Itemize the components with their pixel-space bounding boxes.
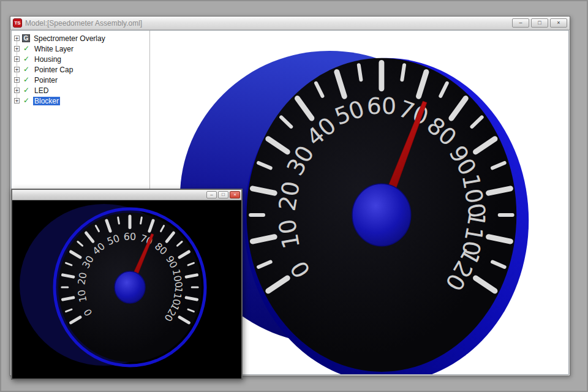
gauge-number: 20 xyxy=(273,179,305,213)
expand-icon[interactable]: + xyxy=(14,98,20,104)
gauge-tick xyxy=(186,275,197,277)
render-window-title-bar[interactable]: – □ × xyxy=(12,190,241,200)
tree-item-led[interactable]: + LED xyxy=(12,85,149,96)
tree-item-spectrometer-overlay[interactable]: + G Spectrometer Overlay xyxy=(12,33,149,43)
gauge-number: 60 xyxy=(367,92,396,119)
render-close-button[interactable]: × xyxy=(230,191,240,198)
gauge-tick xyxy=(63,298,74,300)
check-icon xyxy=(22,66,31,74)
tree-item-label[interactable]: Spectrometer Overlay xyxy=(32,34,107,43)
tree-item-label[interactable]: Pointer Cap xyxy=(33,66,74,74)
gauge-number: 10 xyxy=(273,217,305,251)
expand-icon[interactable]: + xyxy=(14,56,20,62)
check-icon xyxy=(22,55,31,63)
check-icon xyxy=(22,76,31,84)
tree-item-label-selected[interactable]: Blocker xyxy=(33,97,60,105)
gauge-tick xyxy=(141,217,142,224)
tree-item-label[interactable]: Housing xyxy=(33,55,62,64)
gauge-tick xyxy=(359,65,361,80)
tree-item-housing[interactable]: + Housing xyxy=(12,54,149,64)
tree-item-label[interactable]: LED xyxy=(33,86,50,95)
render-maximize-button[interactable]: □ xyxy=(218,191,228,198)
gauge-tick xyxy=(118,217,119,224)
gauge-number: 10 xyxy=(75,289,89,303)
tree-item-blocker[interactable]: + Blocker xyxy=(12,96,149,106)
gauge-hub xyxy=(115,271,145,303)
gauge-tick xyxy=(402,65,404,80)
check-icon xyxy=(22,97,31,105)
check-icon xyxy=(22,45,31,53)
expand-icon[interactable]: + xyxy=(14,77,20,83)
render-preview-window: – □ × 0102030405060708090100110120 xyxy=(11,189,243,380)
overlay-icon: G xyxy=(22,34,30,42)
speedometer-render-view: 0102030405060708090100110120 xyxy=(12,200,241,379)
render-preview-content: 0102030405060708090100110120 xyxy=(12,200,241,379)
tree-item-white-layer[interactable]: + White Layer xyxy=(12,43,149,54)
check-icon xyxy=(22,86,31,94)
expand-icon[interactable]: + xyxy=(14,88,20,93)
tree-item-label[interactable]: White Layer xyxy=(33,45,75,53)
gauge-number: 60 xyxy=(124,231,136,243)
expand-icon[interactable]: + xyxy=(14,67,20,72)
tree-item-label[interactable]: Pointer xyxy=(33,76,59,85)
gauge-hub xyxy=(352,184,411,246)
expand-icon[interactable]: + xyxy=(14,36,20,41)
render-minimize-button[interactable]: – xyxy=(206,191,217,198)
gauge-number: 20 xyxy=(75,271,89,285)
minimize-button[interactable]: – xyxy=(512,18,529,28)
maximize-button[interactable]: □ xyxy=(531,18,548,28)
gauge-tick xyxy=(186,298,197,300)
desktop: TS Model:[Speedometer Assembly.oml] – □ … xyxy=(0,0,588,392)
close-button[interactable]: × xyxy=(550,18,567,28)
window-title: Model:[Speedometer Assembly.oml] xyxy=(25,19,142,28)
tree-item-pointer[interactable]: + Pointer xyxy=(12,75,149,85)
window-controls: – □ × xyxy=(512,18,567,28)
title-bar[interactable]: TS Model:[Speedometer Assembly.oml] – □ … xyxy=(10,17,570,30)
expand-icon[interactable]: + xyxy=(14,46,20,51)
tree-item-pointer-cap[interactable]: + Pointer Cap xyxy=(12,64,149,75)
gauge-tick xyxy=(63,275,74,277)
app-logo-icon: TS xyxy=(13,18,22,28)
